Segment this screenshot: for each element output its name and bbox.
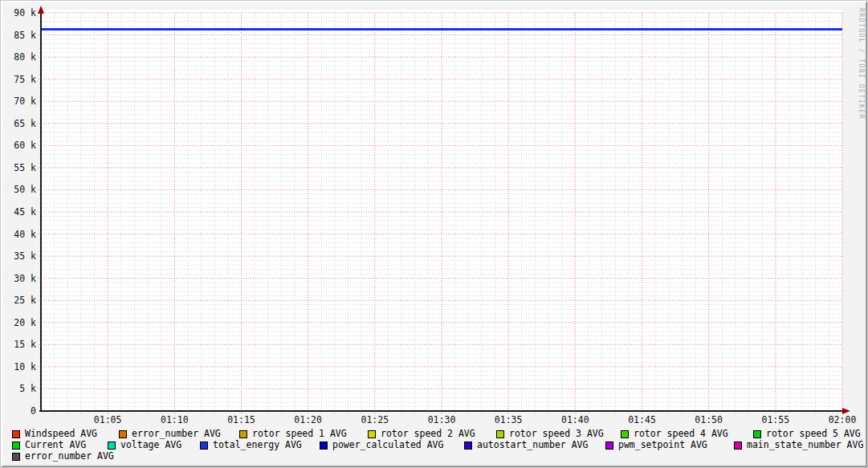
rrdtool-watermark: RRDTOOL / TOBI OETIKER <box>858 8 865 120</box>
legend-item-rotor-speed-2-avg: rotor speed 2 AVG <box>368 429 475 439</box>
y-tick-label: 40 k <box>4 230 36 239</box>
legend-label: total_energy AVG <box>213 440 302 450</box>
legend-item-rotor-speed-1-avg: rotor speed 1 AVG <box>239 429 347 439</box>
x-tick-label: 01:45 <box>623 415 662 425</box>
legend-swatch-icon <box>119 430 127 438</box>
legend-item-rotor-speed-5-avg: rotor speed 5 AVG <box>753 429 861 439</box>
legend-item-error-number-avg: error_number AVG <box>119 429 221 439</box>
legend-label: pwm_setpoint AVG <box>618 440 707 450</box>
x-tick-label: 01:30 <box>422 415 461 425</box>
legend-label: autostart_number AVG <box>477 440 588 450</box>
x-tick-label: 02:00 <box>823 415 862 425</box>
y-tick-label: 60 k <box>4 140 36 150</box>
legend-label: rotor speed 2 AVG <box>381 429 475 439</box>
plot-area <box>1 1 868 468</box>
x-tick-label: 01:25 <box>356 415 394 425</box>
legend-label: error_number AVG <box>25 451 114 462</box>
legend-row: Current AVGvoltage AVGtotal_energy AVGpo… <box>1 440 867 450</box>
legend-label: main_state_number AVG <box>747 440 863 450</box>
x-tick-label: 01:05 <box>88 415 127 425</box>
legend-swatch-icon <box>12 453 20 461</box>
y-tick-label: 20 k <box>4 318 36 328</box>
x-axis-arrow <box>842 408 850 414</box>
y-tick-label: 10 k <box>4 362 36 372</box>
legend-item-rotor-speed-4-avg: rotor speed 4 AVG <box>621 429 728 439</box>
legend-item-rotor-speed-3-avg: rotor speed 3 AVG <box>496 429 604 439</box>
legend-item-windspeed-avg: Windspeed AVG <box>12 429 97 439</box>
legend-swatch-icon <box>108 442 116 450</box>
legend-swatch-icon <box>621 430 629 438</box>
x-tick-label: 01:20 <box>289 415 328 425</box>
legend-label: rotor speed 3 AVG <box>509 429 604 439</box>
y-tick-label: 80 k <box>4 52 36 62</box>
legend-swatch-icon <box>496 430 504 438</box>
y-tick-label: 30 k <box>4 274 36 283</box>
y-tick-label: 50 k <box>4 185 36 194</box>
legend-swatch-icon <box>753 430 761 438</box>
legend-swatch-icon <box>368 430 376 438</box>
legend-label: rotor speed 5 AVG <box>766 429 861 439</box>
legend-item-power-calculated-avg: power_calculated AVG <box>320 440 443 450</box>
y-tick-label: 35 k <box>4 251 36 261</box>
legend-label: voltage AVG <box>120 440 181 450</box>
legend-swatch-icon <box>239 430 247 438</box>
legend-label: power_calculated AVG <box>332 440 443 450</box>
x-tick-label: 01:50 <box>690 415 728 425</box>
legend-swatch-icon <box>605 442 613 450</box>
legend-swatch-icon <box>320 442 328 450</box>
x-tick-label: 01:10 <box>155 415 194 425</box>
y-tick-label: 45 k <box>4 207 36 217</box>
legend-swatch-icon <box>12 442 20 450</box>
y-tick-label: 15 k <box>4 340 36 349</box>
legend-item-main-state-number-avg: main_state_number AVG <box>734 440 863 450</box>
legend-swatch-icon <box>734 442 742 450</box>
x-tick-label: 01:40 <box>556 415 594 425</box>
y-tick-label: 70 k <box>4 96 36 106</box>
y-tick-label: 25 k <box>4 295 36 305</box>
legend-row: error_number AVG <box>1 451 867 462</box>
legend-item-pwm-setpoint-avg: pwm_setpoint AVG <box>605 440 707 450</box>
x-tick-label: 01:15 <box>222 415 261 425</box>
legend-item-voltage-avg: voltage AVG <box>108 440 181 450</box>
legend-label: rotor speed 1 AVG <box>252 429 347 439</box>
x-tick-label: 01:35 <box>489 415 528 425</box>
legend-label: error_number AVG <box>132 429 221 439</box>
legend-item-autostart-number-avg: autostart_number AVG <box>464 440 588 450</box>
legend-label: Current AVG <box>25 440 86 450</box>
y-tick-label: 0 <box>4 406 36 416</box>
y-tick-label: 85 k <box>4 31 36 40</box>
x-tick-label: 01:55 <box>756 415 795 425</box>
legend-item-total-energy-avg: total_energy AVG <box>200 440 302 450</box>
legend-swatch-icon <box>200 442 208 450</box>
legend-item-error-number-avg: error_number AVG <box>12 451 114 462</box>
y-tick-label: 65 k <box>4 119 36 128</box>
legend-item-current-avg: Current AVG <box>12 440 86 450</box>
legend-label: rotor speed 4 AVG <box>634 429 728 439</box>
y-tick-label: 5 k <box>4 384 36 393</box>
legend-swatch-icon <box>464 442 472 450</box>
y-tick-label: 90 k <box>4 8 36 18</box>
legend-swatch-icon <box>12 430 20 438</box>
rrdtool-graph: 05 k10 k15 k20 k25 k30 k35 k40 k45 k50 k… <box>0 0 868 468</box>
legend-row: Windspeed AVGerror_number AVGrotor speed… <box>1 429 867 439</box>
legend-label: Windspeed AVG <box>25 429 97 439</box>
y-tick-label: 55 k <box>4 163 36 173</box>
y-tick-label: 75 k <box>4 75 36 84</box>
